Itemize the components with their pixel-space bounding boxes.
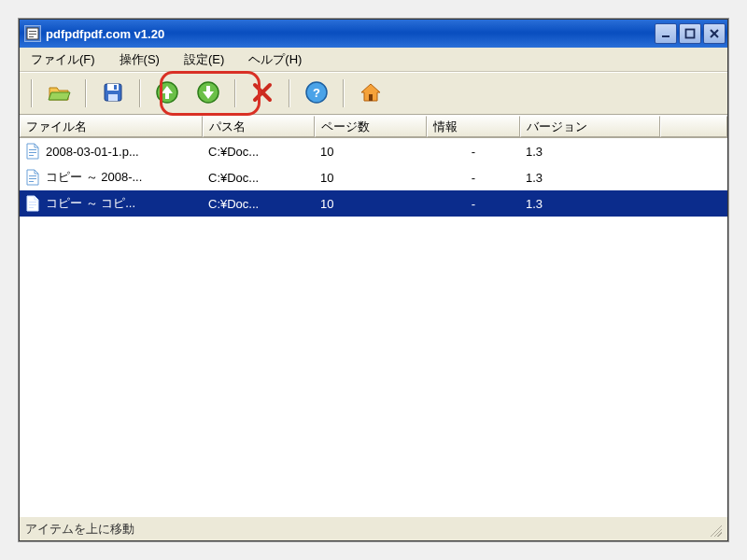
cell-version: 1.3 (520, 197, 660, 211)
save-button[interactable] (94, 77, 132, 110)
svg-rect-23 (29, 207, 34, 208)
svg-rect-21 (29, 202, 36, 203)
svg-rect-15 (29, 149, 36, 150)
home-icon (359, 80, 383, 107)
svg-rect-22 (29, 204, 36, 205)
cell-version: 1.3 (520, 171, 660, 185)
toolbar: ? (20, 72, 727, 115)
cell-info: - (427, 197, 520, 211)
menu-action[interactable]: 操作(S) (114, 49, 165, 70)
column-header-filename[interactable]: ファイル名 (20, 116, 203, 137)
table-row[interactable]: コピー ～ 2008-... C:¥Doc... 10 - 1.3 (20, 164, 727, 190)
resize-grip[interactable] (707, 522, 722, 537)
delete-button[interactable] (244, 77, 281, 110)
cell-pages: 10 (315, 171, 427, 185)
column-header-pages[interactable]: ページ数 (315, 116, 427, 137)
window-title: pdfpdfpdf.com v1.20 (46, 27, 655, 41)
document-icon (25, 195, 40, 212)
cell-info: - (427, 145, 520, 159)
status-text: アイテムを上に移動 (25, 521, 134, 538)
toolbar-separator (31, 79, 33, 107)
table-row[interactable]: 2008-03-01-1.p... C:¥Doc... 10 - 1.3 (20, 138, 727, 164)
column-header-path[interactable]: パス名 (203, 116, 315, 137)
svg-rect-18 (29, 175, 36, 176)
table-row[interactable]: コピー ～ コピ... C:¥Doc... 10 - 1.3 (20, 190, 727, 217)
arrow-down-icon (196, 80, 220, 107)
svg-rect-16 (29, 152, 36, 153)
cell-pages: 10 (315, 145, 427, 159)
cell-filename: 2008-03-01-1.p... (46, 145, 139, 159)
menubar: ファイル(F) 操作(S) 設定(E) ヘルプ(H) (20, 48, 727, 72)
help-icon: ? (304, 80, 329, 107)
cell-filename: コピー ～ コピ... (46, 195, 135, 212)
toolbar-separator (343, 79, 345, 107)
column-header-row: ファイル名 パス名 ページ数 情報 バージョン (20, 115, 727, 137)
menu-help[interactable]: ヘルプ(H) (243, 49, 307, 70)
cell-path: C:¥Doc... (203, 171, 315, 185)
svg-rect-3 (29, 36, 34, 37)
toolbar-separator (85, 79, 87, 107)
cell-pages: 10 (315, 197, 427, 211)
close-button[interactable] (703, 23, 726, 44)
statusbar: アイテムを上に移動 (20, 516, 727, 540)
column-header-version[interactable]: バージョン (520, 116, 660, 137)
app-icon (24, 25, 41, 42)
svg-rect-1 (29, 31, 36, 32)
app-window: pdfpdfpdf.com v1.20 ファイル(F) 操作(S) 設定(E) … (19, 19, 728, 541)
cell-info: - (427, 171, 520, 185)
svg-rect-14 (369, 94, 373, 101)
open-button[interactable] (40, 77, 78, 110)
cell-path: C:¥Doc... (203, 145, 315, 159)
move-down-button[interactable] (190, 77, 227, 110)
svg-rect-9 (114, 85, 117, 90)
svg-text:?: ? (313, 86, 320, 100)
delete-icon (250, 80, 275, 107)
titlebar: pdfpdfpdf.com v1.20 (20, 20, 727, 48)
svg-rect-20 (29, 181, 34, 182)
folder-open-icon (47, 80, 71, 107)
document-icon (25, 169, 40, 186)
home-button[interactable] (352, 77, 389, 110)
maximize-button[interactable] (679, 23, 701, 44)
arrow-up-icon (155, 80, 179, 107)
svg-rect-2 (29, 34, 36, 35)
cell-version: 1.3 (520, 145, 660, 159)
svg-rect-7 (107, 84, 119, 91)
menu-settings[interactable]: 設定(E) (178, 49, 230, 70)
svg-rect-5 (686, 30, 695, 38)
save-icon (101, 80, 125, 107)
help-button[interactable]: ? (298, 77, 335, 110)
svg-rect-4 (662, 35, 669, 37)
move-up-button[interactable] (148, 77, 186, 110)
toolbar-separator (234, 79, 236, 107)
column-header-spacer (660, 116, 727, 137)
file-list[interactable]: 2008-03-01-1.p... C:¥Doc... 10 - 1.3 コピー… (20, 137, 727, 516)
document-icon (25, 143, 40, 160)
menu-file[interactable]: ファイル(F) (25, 49, 101, 70)
toolbar-separator (139, 79, 141, 107)
column-header-info[interactable]: 情報 (427, 116, 520, 137)
cell-path: C:¥Doc... (203, 197, 315, 211)
svg-rect-8 (108, 94, 118, 101)
svg-rect-17 (29, 155, 34, 156)
svg-rect-19 (29, 178, 36, 179)
cell-filename: コピー ～ 2008-... (46, 169, 142, 186)
minimize-button[interactable] (655, 23, 677, 44)
toolbar-separator (289, 79, 290, 107)
